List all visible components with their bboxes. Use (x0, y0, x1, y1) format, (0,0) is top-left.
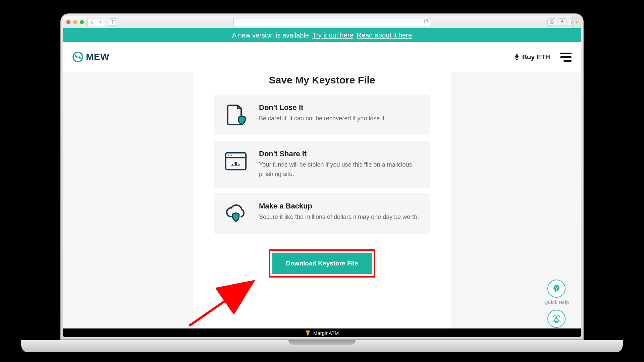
address-bar[interactable] (233, 18, 431, 26)
site-header: MEW Buy ETH (63, 42, 581, 72)
info-card-dont-share: Don't Share It Your funds will be stolen… (214, 141, 430, 188)
info-title: Don't Lose It (259, 103, 386, 112)
cloud-shield-icon (224, 202, 248, 225)
svg-point-3 (551, 21, 552, 22)
phishing-browser-icon (224, 149, 248, 173)
share-button[interactable] (558, 18, 567, 26)
watermark-bar: MarginATM (63, 328, 581, 337)
banner-read-link[interactable]: Read about it here (357, 32, 412, 39)
laptop-base (21, 340, 623, 352)
banner-message: A new version is available (232, 32, 309, 39)
banner-try-link[interactable]: Try it out here (312, 32, 354, 39)
new-tab-button[interactable]: + (572, 16, 581, 28)
eth-icon (514, 53, 520, 61)
sidebar-toggle-button[interactable] (109, 18, 117, 26)
question-chat-icon: ? (552, 284, 561, 293)
maximize-window-button[interactable] (80, 20, 84, 24)
main-content: Save My Keystore File Don't Lose It Be c (63, 72, 581, 337)
info-body: Be careful, it can not be recovered if y… (259, 114, 386, 123)
info-title: Make a Backup (259, 202, 419, 210)
svg-point-14 (237, 163, 239, 165)
annotation-highlight-box: Download Keystore File (269, 249, 375, 278)
minimize-window-button[interactable] (73, 20, 77, 24)
reload-icon[interactable] (424, 19, 428, 25)
info-body: Secure it like the millions of dollars i… (259, 213, 419, 222)
watermark-text: MarginATM (313, 330, 339, 336)
info-card-dont-lose: Don't Lose It Be careful, it can not be … (214, 95, 430, 135)
buy-eth-button[interactable]: Buy ETH (514, 53, 550, 61)
back-button[interactable] (88, 18, 96, 26)
browser-toolbar: + (63, 16, 581, 28)
laptop-mockup: + A new version is available Try it out … (60, 13, 584, 352)
mew-logo-icon (72, 52, 83, 62)
svg-text:?: ? (555, 286, 558, 291)
info-card-backup: Make a Backup Secure it like the million… (214, 193, 430, 234)
brand-name: MEW (86, 52, 109, 62)
close-window-button[interactable] (66, 20, 70, 24)
brand-logo[interactable]: MEW (72, 52, 109, 62)
svg-point-12 (230, 155, 232, 156)
svg-rect-0 (111, 20, 115, 24)
bell-icon (551, 314, 561, 323)
menu-button[interactable] (560, 53, 572, 62)
quick-help-label: Quick Help (544, 300, 569, 305)
window-controls (66, 20, 84, 24)
marginatm-icon (305, 330, 311, 336)
page-title: Save My Keystore File (193, 72, 451, 95)
download-keystore-button[interactable]: Download Keystore File (272, 253, 371, 274)
forward-button[interactable] (96, 18, 105, 26)
quick-help-button[interactable]: ? Quick Help (544, 280, 569, 305)
svg-rect-19 (555, 322, 558, 323)
info-title: Don't Share It (259, 149, 420, 158)
file-shield-icon (224, 103, 248, 127)
buy-eth-label: Buy ETH (522, 53, 550, 61)
floating-help-panel: ? Quick Help (544, 280, 569, 335)
info-body: Your funds will be stolen if you use thi… (259, 160, 420, 179)
svg-point-11 (228, 155, 229, 156)
nav-back-forward (87, 18, 105, 26)
svg-point-13 (233, 163, 235, 165)
extension-icon[interactable] (547, 18, 556, 26)
version-banner: A new version is available Try it out he… (63, 28, 581, 42)
